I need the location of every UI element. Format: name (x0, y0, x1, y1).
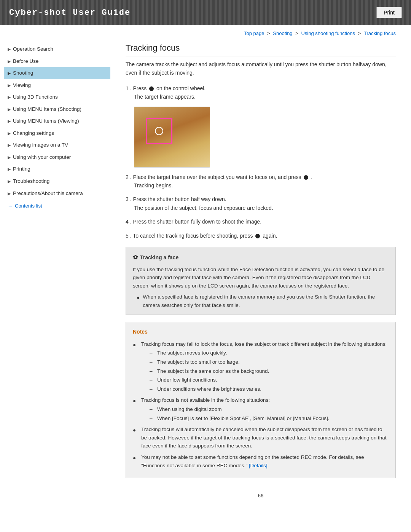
notes-sub-item: – The subject is too small or too large. (150, 358, 387, 366)
notes-sub-1: – The subject moves too quickly. – The s… (150, 349, 387, 393)
contents-list-link[interactable]: → Contents list (4, 199, 110, 209)
sidebar-label: Changing settings (13, 130, 54, 137)
arrow-icon: ▶ (8, 166, 11, 172)
arrow-icon: ▶ (8, 46, 11, 52)
notes-item-1: ● Tracking focus may fail to lock the fo… (133, 340, 389, 393)
arrow-right-icon: → (8, 203, 13, 209)
notes-text: Tracking focus will automatically be can… (141, 427, 387, 449)
arrow-icon: ▶ (8, 142, 11, 148)
sub-text: The subject is the same color as the bac… (157, 367, 269, 375)
header: Cyber-shot User Guide Print (0, 0, 411, 25)
notes-item-content: Tracking focus will automatically be can… (141, 425, 389, 450)
notes-item-3: ● Tracking focus will automatically be c… (133, 425, 389, 450)
arrow-icon: ▶ (8, 59, 11, 64)
page-number: 66 (126, 485, 396, 498)
dash: – (150, 358, 155, 366)
notes-item-content: Tracking focus may fail to lock the focu… (141, 340, 387, 393)
tip-bullet-text: When a specified face is registered in t… (143, 293, 389, 309)
notes-sub-2: – When using the digital zoom – When [Fo… (150, 405, 329, 422)
dash: – (150, 349, 155, 357)
step-4: 4 . Press the shutter button fully down … (126, 217, 396, 226)
sidebar-label: Printing (13, 166, 30, 173)
sidebar-item-computer[interactable]: ▶ Using with your computer (4, 151, 110, 163)
sidebar-item-precautions[interactable]: ▶ Precautions/About this camera (4, 187, 110, 200)
details-link[interactable]: [Details] (249, 463, 268, 468)
sidebar-item-shooting[interactable]: ▶ Shooting (4, 67, 110, 79)
notes-dot: ● (133, 426, 138, 435)
app-title: Cyber-shot User Guide (9, 8, 131, 18)
notes-sub-item: – Under low light conditions. (150, 376, 387, 384)
sidebar-label: Viewing (13, 82, 31, 89)
arrow-icon: ▶ (8, 107, 11, 112)
breadcrumb-sep2: > (295, 30, 299, 36)
arrow-icon: ▶ (8, 83, 11, 88)
sidebar: ▶ Operation Search ▶ Before Use ▶ Shooti… (0, 39, 110, 514)
print-button[interactable]: Print (376, 7, 402, 18)
breadcrumb-using-shooting[interactable]: Using shooting functions (301, 30, 355, 36)
sidebar-item-before-use[interactable]: ▶ Before Use (4, 55, 110, 67)
camera-image (134, 107, 210, 168)
sidebar-item-printing[interactable]: ▶ Printing (4, 163, 110, 175)
step-num: 2 . (126, 174, 133, 180)
tip-box: ✿ Tracking a face If you use the trackin… (126, 247, 396, 315)
main-content: Tracking focus The camera tracks the sub… (110, 39, 411, 514)
dash: – (150, 385, 155, 393)
tip-icon: ✿ (133, 252, 138, 262)
notes-box: Notes ● Tracking focus may fail to lock … (126, 322, 396, 478)
intro-text: The camera tracks the subject and adjust… (126, 60, 396, 77)
tracking-box (146, 118, 172, 144)
breadcrumb-tracking-focus[interactable]: Tracking focus (364, 30, 396, 36)
notes-sub-item: – The subject moves too quickly. (150, 349, 387, 357)
notes-text: Tracking focus may fail to lock the focu… (141, 341, 387, 347)
sidebar-label: Shooting (13, 70, 33, 77)
arrow-icon: ▶ (8, 191, 11, 196)
tracking-center (155, 127, 163, 135)
sidebar-item-menu-viewing[interactable]: ▶ Using MENU items (Viewing) (4, 115, 110, 127)
sidebar-label: Using MENU items (Viewing) (13, 118, 79, 125)
sidebar-item-operation-search[interactable]: ▶ Operation Search (4, 43, 110, 55)
sidebar-item-menu-shooting[interactable]: ▶ Using MENU items (Shooting) (4, 103, 110, 115)
step-text: Press the shutter button fully down to s… (133, 219, 261, 225)
step-text2: . (311, 174, 312, 180)
step-num: 5 . (126, 233, 133, 239)
tip-bullet: ● When a specified face is registered in… (137, 293, 389, 309)
step-5: 5 . To cancel the tracking focus before … (126, 232, 396, 240)
breadcrumb-sep3: > (358, 30, 362, 36)
sidebar-item-troubleshooting[interactable]: ▶ Troubleshooting (4, 175, 110, 187)
notes-sub-item: – The subject is the same color as the b… (150, 367, 387, 375)
notes-text: Tracking focus is not available in the f… (141, 397, 270, 403)
step-2: 2 . Place the target frame over the subj… (126, 173, 396, 190)
dash: – (150, 376, 155, 384)
notes-item-2: ● Tracking focus is not available in the… (133, 396, 389, 422)
sidebar-item-3d-functions[interactable]: ▶ Using 3D Functions (4, 91, 110, 103)
breadcrumb-sep1: > (267, 30, 271, 36)
step-text: Press the shutter button half way down. (133, 196, 226, 202)
sub-text: When using the digital zoom (157, 405, 222, 414)
circle-icon (149, 86, 154, 91)
sidebar-item-viewing-tv[interactable]: ▶ Viewing images on a TV (4, 139, 110, 151)
step-text2: on the control wheel. (156, 85, 206, 91)
arrow-icon: ▶ (8, 155, 11, 160)
circle-icon (304, 175, 308, 180)
dash: – (150, 405, 155, 414)
sidebar-item-changing-settings[interactable]: ▶ Changing settings (4, 127, 110, 139)
layout: ▶ Operation Search ▶ Before Use ▶ Shooti… (0, 39, 411, 529)
notes-item-4: ● You may not be able to set some functi… (133, 453, 389, 470)
sidebar-label: Before Use (13, 58, 39, 65)
sidebar-label: Precautions/About this camera (13, 190, 83, 197)
circle-icon (255, 234, 260, 238)
sidebar-label: Using 3D Functions (13, 94, 58, 101)
sidebar-item-viewing[interactable]: ▶ Viewing (4, 79, 110, 91)
step-sub: The position of the subject, focus and e… (134, 204, 396, 212)
arrow-icon: ▶ (8, 131, 11, 136)
step-num: 3 . (126, 196, 133, 202)
sub-text: Under low light conditions. (157, 376, 217, 384)
step-text2: again. (263, 233, 277, 239)
tip-title-text: Tracking a face (140, 253, 178, 262)
step-1: 1 . Press on the control wheel. The targ… (126, 84, 396, 101)
sidebar-label: Viewing images on a TV (13, 142, 68, 149)
breadcrumb-shooting[interactable]: Shooting (273, 30, 292, 36)
breadcrumb-top-page[interactable]: Top page (244, 30, 264, 36)
notes-dot: ● (133, 454, 138, 462)
sidebar-label: Using with your computer (13, 154, 71, 161)
